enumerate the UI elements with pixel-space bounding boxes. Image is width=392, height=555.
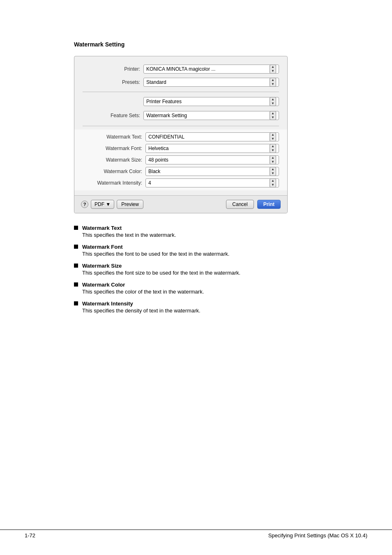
watermark-intensity-row: Watermark Intensity: 4 ▲ ▼ <box>74 177 287 189</box>
divider-2 <box>83 126 279 126</box>
desc-text-4: This specifies the density of text in th… <box>82 308 201 314</box>
watermark-font-stepper[interactable]: ▲ ▼ <box>270 144 276 153</box>
watermark-text-value: CONFIDENTIAL <box>148 134 268 140</box>
page-title: Watermark Setting <box>74 41 367 48</box>
dialog-footer: ? PDF ▼ Preview Cancel Print <box>74 195 287 213</box>
feature-sets-select[interactable]: Watermark Setting ▲ ▼ <box>143 111 279 120</box>
feature-sets-label: Feature Sets: <box>83 113 140 118</box>
watermark-color-label: Watermark Color: <box>83 169 142 174</box>
presets-stepper[interactable]: ▲ ▼ <box>270 78 276 87</box>
desc-title-4: Watermark Intensity <box>82 301 201 307</box>
page-footer: 1-72 Specifying Print Settings (Mac OS X… <box>0 530 392 539</box>
divider-1 <box>83 92 279 92</box>
printer-row: Printer: KONICA MINOLTA magicolor ... ▲ … <box>74 63 287 75</box>
desc-title-1: Watermark Font <box>82 244 229 250</box>
printer-stepper[interactable]: ▲ ▼ <box>270 65 276 74</box>
watermark-text-label: Watermark Text: <box>83 134 142 140</box>
bullet-3 <box>74 282 78 287</box>
watermark-color-stepper[interactable]: ▲ ▼ <box>270 167 276 176</box>
desc-content-4: Watermark Intensity This specifies the d… <box>82 301 201 314</box>
presets-value: Standard <box>146 79 268 85</box>
desc-content-1: Watermark Font This specifies the font t… <box>82 244 229 257</box>
footer-title: Specifying Print Settings (Mac OS X 10.4… <box>268 532 367 539</box>
cancel-button[interactable]: Cancel <box>226 200 254 209</box>
watermark-color-row: Watermark Color: Black ▲ ▼ <box>74 166 287 177</box>
watermark-font-label: Watermark Font: <box>83 146 142 151</box>
description-list: Watermark Text This specifies the text i… <box>74 225 367 314</box>
desc-title-2: Watermark Size <box>82 263 240 269</box>
desc-text-3: This specifies the color of the text in … <box>82 289 204 295</box>
watermark-color-select[interactable]: Black ▲ ▼ <box>145 167 279 176</box>
watermark-intensity-value: 4 <box>148 180 268 186</box>
print-dialog: Printer: KONICA MINOLTA magicolor ... ▲ … <box>74 56 288 213</box>
description-item-4: Watermark Intensity This specifies the d… <box>74 301 367 314</box>
description-item-1: Watermark Font This specifies the font t… <box>74 244 367 257</box>
feature-dropdown-select[interactable]: Printer Features ▲ ▼ <box>143 97 279 106</box>
watermark-text-stepper[interactable]: ▲ ▼ <box>270 132 276 141</box>
presets-select[interactable]: Standard ▲ ▼ <box>143 78 279 87</box>
bullet-2 <box>74 264 78 268</box>
watermark-size-label: Watermark Size: <box>83 157 142 163</box>
footer-right: Cancel Print <box>226 200 281 209</box>
description-item-2: Watermark Size This specifies the font s… <box>74 263 367 276</box>
watermark-font-select[interactable]: Helvetica ▲ ▼ <box>145 144 279 153</box>
feature-sets-stepper[interactable]: ▲ ▼ <box>270 111 276 120</box>
preview-button[interactable]: Preview <box>117 200 143 209</box>
watermark-size-value: 48 points <box>148 157 268 163</box>
feature-dropdown-stepper[interactable]: ▲ ▼ <box>270 97 276 106</box>
feature-dropdown-row: Printer Features ▲ ▼ <box>74 95 287 108</box>
presets-row: Presets: Standard ▲ ▼ <box>74 76 287 88</box>
print-button[interactable]: Print <box>257 200 281 209</box>
feature-sets-value: Watermark Setting <box>146 113 268 118</box>
watermark-intensity-select[interactable]: 4 ▲ ▼ <box>145 178 279 187</box>
desc-title-3: Watermark Color <box>82 282 204 288</box>
description-item-3: Watermark Color This specifies the color… <box>74 282 367 295</box>
watermark-font-row: Watermark Font: Helvetica ▲ ▼ <box>74 143 287 154</box>
desc-text-0: This specifies the text in the watermark… <box>82 232 176 238</box>
watermark-font-value: Helvetica <box>148 146 268 151</box>
desc-title-0: Watermark Text <box>82 225 176 231</box>
footer-left: ? PDF ▼ Preview <box>81 200 226 209</box>
pdf-button[interactable]: PDF ▼ <box>91 200 114 209</box>
bullet-0 <box>74 226 78 230</box>
watermark-size-row: Watermark Size: 48 points ▲ ▼ <box>74 154 287 166</box>
printer-label: Printer: <box>83 66 140 72</box>
watermark-intensity-label: Watermark Intensity: <box>83 180 142 186</box>
watermark-section: Watermark Text: CONFIDENTIAL ▲ ▼ Waterma… <box>74 130 287 190</box>
description-item-0: Watermark Text This specifies the text i… <box>74 225 367 238</box>
desc-content-2: Watermark Size This specifies the font s… <box>82 263 240 276</box>
bullet-4 <box>74 301 78 305</box>
watermark-text-select[interactable]: CONFIDENTIAL ▲ ▼ <box>145 132 279 141</box>
watermark-size-stepper[interactable]: ▲ ▼ <box>270 155 276 164</box>
watermark-intensity-stepper[interactable]: ▲ ▼ <box>270 178 276 187</box>
feature-dropdown-value: Printer Features <box>146 99 268 104</box>
watermark-text-row: Watermark Text: CONFIDENTIAL ▲ ▼ <box>74 131 287 143</box>
presets-label: Presets: <box>83 79 140 85</box>
desc-text-1: This specifies the font to be used for t… <box>82 251 229 257</box>
printer-select[interactable]: KONICA MINOLTA magicolor ... ▲ ▼ <box>143 65 279 74</box>
watermark-size-select[interactable]: 48 points ▲ ▼ <box>145 155 279 164</box>
help-button[interactable]: ? <box>81 201 88 208</box>
desc-content-0: Watermark Text This specifies the text i… <box>82 225 176 238</box>
feature-sets-row: Feature Sets: Watermark Setting ▲ ▼ <box>74 109 287 123</box>
printer-value: KONICA MINOLTA magicolor ... <box>146 66 268 72</box>
bullet-1 <box>74 245 78 249</box>
desc-content-3: Watermark Color This specifies the color… <box>82 282 204 295</box>
desc-text-2: This specifies the font size to be used … <box>82 270 240 276</box>
watermark-color-value: Black <box>148 169 268 174</box>
page-number: 1-72 <box>25 532 35 539</box>
